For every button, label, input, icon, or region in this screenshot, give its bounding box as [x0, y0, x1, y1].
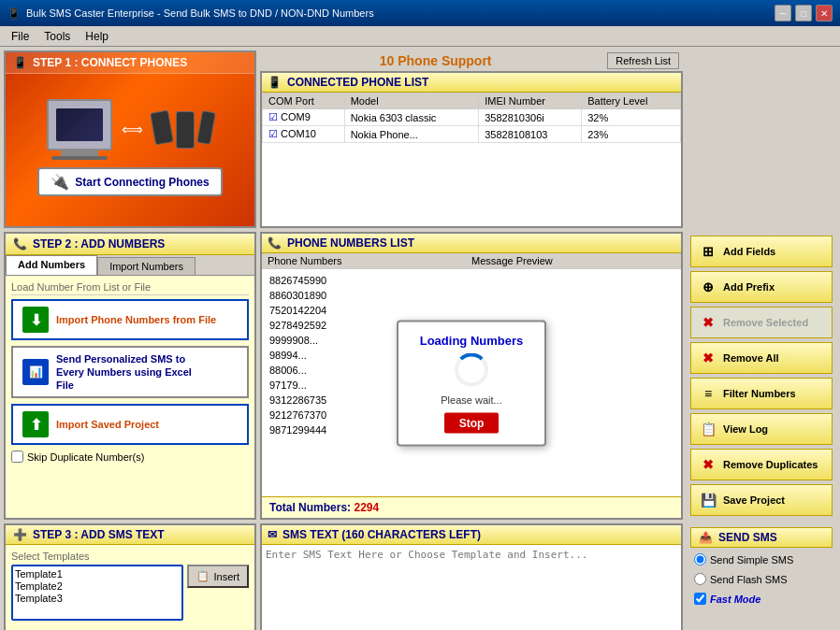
- fast-mode-checkbox[interactable]: [694, 593, 706, 605]
- phone-table-header: COM Port Model IMEI Number Battery Level: [263, 93, 681, 109]
- phone-row-2: ☑ COM10 Nokia Phone... 35828108103 23%: [263, 126, 681, 143]
- excel-label: Send Personalized SMS to Every Numbers u…: [56, 353, 192, 391]
- template-group: Select Templates Template1 Template2 Tem…: [11, 551, 249, 621]
- step1-panel: 📱 STEP 1 : CONNECT PHONES ⟺: [4, 50, 256, 228]
- sms-text-label: SMS TEXT (160 CHARACTERS LEFT): [282, 528, 481, 541]
- right-buttons-panel: ⊞ Add Fields ⊕ Add Prefix ✖ Remove Selec…: [687, 232, 836, 520]
- start-connecting-button[interactable]: 🔌 Start Connecting Phones: [37, 167, 222, 196]
- fast-mode-option: Fast Mode: [694, 593, 829, 605]
- template-group-label: Select Templates: [11, 551, 249, 562]
- step3-icon: ➕: [13, 528, 27, 541]
- remove-duplicates-button[interactable]: ✖ Remove Duplicates: [690, 449, 833, 480]
- flash-sms-radio[interactable]: [694, 573, 706, 585]
- tab-import-numbers[interactable]: Import Numbers: [97, 257, 196, 275]
- add-fields-icon: ⊞: [699, 242, 717, 261]
- battery-2: 23%: [582, 126, 681, 143]
- skip-duplicate-label: Skip Duplicate Number(s): [27, 451, 144, 463]
- app-area: 📱 STEP 1 : CONNECT PHONES ⟺: [0, 47, 840, 630]
- phone-list-icon: 📱: [268, 76, 282, 89]
- filter-numbers-button[interactable]: ≡ Filter Numbers: [690, 378, 833, 409]
- phones-graphic: [152, 111, 213, 149]
- step2-header: 📞 STEP 2 : ADD NUMBERS: [6, 234, 254, 255]
- sms-text-header: ✉ SMS TEXT (160 CHARACTERS LEFT): [262, 525, 681, 545]
- template-select[interactable]: Template1 Template2 Template3: [11, 565, 183, 621]
- connected-top-bar: 10 Phone Support Refresh List: [260, 50, 683, 71]
- add-fields-button[interactable]: ⊞ Add Fields: [690, 236, 833, 267]
- save-project-button[interactable]: 💾 Save Project: [690, 484, 833, 516]
- imei-1: 3582810306i: [479, 109, 582, 126]
- title-bar-left: 📱 Bulk SMS Caster Enterprise - Send Bulk…: [7, 7, 374, 20]
- view-log-icon: 📋: [699, 420, 717, 438]
- remove-selected-button[interactable]: ✖ Remove Selected: [690, 307, 833, 338]
- total-label: Total Numbers:: [269, 501, 351, 514]
- app-icon: 📱: [7, 7, 21, 20]
- connected-phone-label: CONNECTED PHONE LIST: [287, 76, 428, 89]
- total-count: 2294: [354, 501, 379, 514]
- menu-tools[interactable]: Tools: [36, 28, 78, 45]
- step2-panel: 📞 STEP 2 : ADD NUMBERS Add Numbers Impor…: [4, 232, 256, 520]
- import-project-button[interactable]: ⬆ Import Saved Project: [11, 404, 249, 445]
- simple-sms-label: Send Simple SMS: [710, 554, 793, 566]
- computer-graphic: ⟺: [47, 99, 213, 160]
- col-message-preview: Message Preview: [471, 255, 675, 266]
- right-top-spacer: [687, 50, 836, 228]
- step1-icon: 📱: [13, 56, 27, 69]
- send-label: SEND SMS: [718, 531, 777, 544]
- close-button[interactable]: ✕: [816, 5, 833, 21]
- step3-header: ➕ STEP 3 : ADD SMS TEXT: [6, 525, 254, 545]
- stop-button[interactable]: Stop: [444, 412, 500, 433]
- loading-title: Loading Numbers: [417, 333, 526, 347]
- connection-arrows: ⟺: [122, 121, 143, 138]
- refresh-list-button[interactable]: Refresh List: [607, 52, 679, 69]
- model-1: Nokia 6303 classic: [344, 109, 479, 126]
- app-title: Bulk SMS Caster Enterprise - Send Bulk S…: [26, 7, 374, 19]
- sms-textarea[interactable]: [262, 545, 681, 630]
- add-prefix-button[interactable]: ⊕ Add Prefix: [690, 271, 833, 303]
- step3-panel: ➕ STEP 3 : ADD SMS TEXT Select Templates…: [4, 523, 256, 630]
- load-number-label: Load Number From List or File: [11, 281, 249, 295]
- insert-template-button[interactable]: 📋 Insert: [187, 565, 249, 588]
- numbers-list-label: PHONE NUMBERS LIST: [287, 236, 414, 250]
- number-row: 8860301890: [266, 288, 677, 303]
- phone-support-label: 10 Phone Support: [380, 53, 492, 68]
- step2-body: Load Number From List or File ⬇ Import P…: [6, 276, 254, 468]
- col-imei: IMEI Number: [479, 93, 582, 109]
- import-file-button[interactable]: ⬇ Import Phone Numbers from File: [11, 299, 249, 340]
- maximize-button[interactable]: □: [795, 5, 812, 21]
- add-prefix-icon: ⊕: [699, 278, 717, 296]
- numbers-list[interactable]: 8826745990 8860301890 7520142204 9278492…: [262, 269, 681, 496]
- phone-row-1: ☑ COM9 Nokia 6303 classic 3582810306i 32…: [263, 109, 681, 126]
- col-phone-numbers: Phone Numbers: [268, 255, 471, 266]
- remove-all-icon: ✖: [699, 349, 717, 367]
- step3-label: STEP 3 : ADD SMS TEXT: [33, 528, 165, 541]
- phone-numbers-panel: 📞 PHONE NUMBERS LIST Phone Numbers Messa…: [260, 232, 683, 520]
- loading-overlay: Loading Numbers Please wait... Stop: [397, 320, 546, 446]
- col-com: COM Port: [263, 93, 345, 109]
- phone-table: COM Port Model IMEI Number Battery Level…: [262, 93, 681, 143]
- step1-label: STEP 1 : CONNECT PHONES: [33, 56, 187, 69]
- skip-duplicate-checkbox[interactable]: [11, 451, 23, 463]
- col-battery: Battery Level: [582, 93, 681, 109]
- send-icon: 📤: [699, 531, 713, 544]
- tab-bar: Add Numbers Import Numbers: [6, 255, 254, 276]
- connected-phone-list-wrapper: 10 Phone Support Refresh List 📱 CONNECTE…: [260, 50, 683, 228]
- save-project-icon: 💾: [699, 491, 717, 509]
- menu-help[interactable]: Help: [78, 28, 116, 45]
- tab-add-numbers[interactable]: Add Numbers: [6, 255, 97, 275]
- simple-sms-radio[interactable]: [694, 553, 706, 566]
- loading-subtitle: Please wait...: [417, 394, 526, 405]
- minimize-button[interactable]: ─: [775, 5, 791, 21]
- title-bar-controls[interactable]: ─ □ ✕: [775, 5, 833, 21]
- menu-file[interactable]: File: [4, 28, 36, 45]
- computer-icon: [47, 99, 112, 160]
- step3-body: Select Templates Template1 Template2 Tem…: [6, 545, 254, 630]
- excel-sms-button[interactable]: 📊 Send Personalized SMS to Every Numbers…: [11, 346, 249, 398]
- sms-text-panel: ✉ SMS TEXT (160 CHARACTERS LEFT) 💾 Save …: [260, 523, 683, 630]
- loading-spinner: [455, 352, 488, 386]
- phone-table-body: ☑ COM9 Nokia 6303 classic 3582810306i 32…: [263, 109, 681, 143]
- view-log-button[interactable]: 📋 View Log: [690, 413, 833, 445]
- remove-selected-icon: ✖: [699, 313, 717, 332]
- remove-all-button[interactable]: ✖ Remove All: [690, 342, 833, 374]
- import-file-icon: ⬇: [22, 307, 49, 333]
- menu-bar: File Tools Help: [0, 26, 840, 47]
